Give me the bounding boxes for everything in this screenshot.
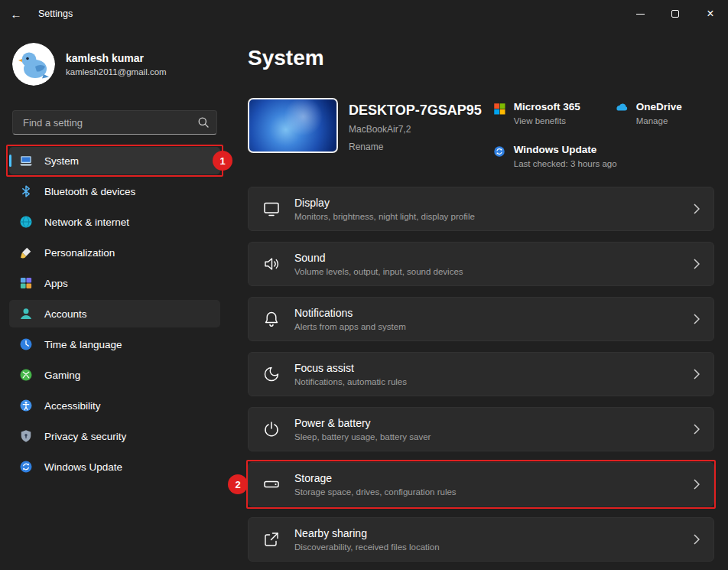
chevron-right-icon (694, 369, 700, 379)
settings-row-sound[interactable]: Sound Volume levels, output, input, soun… (248, 242, 714, 286)
settings-row-notifications[interactable]: Notifications Alerts from apps and syste… (248, 297, 714, 341)
quick-link-text: Microsoft 365 View benefits (514, 101, 580, 125)
device-name: DESKTOP-7GSAP95 (349, 103, 482, 119)
settings-row-storage[interactable]: Storage Storage space, drives, configura… (248, 462, 714, 506)
display-icon (262, 200, 281, 218)
sidebar-item-accessibility[interactable]: Accessibility (9, 392, 220, 419)
sidebar-item-privacy-security[interactable]: Privacy & security (9, 422, 220, 450)
sidebar: kamlesh kumar kamlesh2011@gmail.com Syst… (0, 28, 229, 570)
row-text: Storage Storage space, drives, configura… (294, 472, 694, 497)
quick-link-title: Windows Update (514, 144, 617, 155)
settings-row-display[interactable]: Display Monitors, brightness, night ligh… (248, 187, 714, 231)
sidebar-item-bluetooth-devices[interactable]: Bluetooth & devices (9, 178, 220, 205)
row-subtitle: Notifications, automatic rules (294, 377, 694, 386)
bluetooth-icon (18, 184, 34, 199)
avatar (12, 43, 55, 86)
sidebar-item-network-internet[interactable]: Network & internet (9, 208, 220, 236)
user-name: kamlesh kumar (66, 52, 167, 64)
settings-row-nearby-sharing[interactable]: Nearby sharing Discoverability, received… (248, 517, 714, 562)
row-title: Display (294, 197, 694, 209)
row-text: Sound Volume levels, output, input, soun… (294, 252, 694, 276)
row-subtitle: Monitors, brightness, night light, displ… (294, 212, 694, 221)
quick-links: Microsoft 365 View benefits OneDrive Man… (492, 98, 714, 168)
annotation-step-2-badge: 2 (228, 474, 248, 494)
privacy-icon (18, 428, 34, 444)
sidebar-item-label: Accessibility (44, 400, 101, 412)
sidebar-item-label: Bluetooth & devices (44, 186, 135, 197)
quick-link-title: Microsoft 365 (514, 101, 580, 112)
sidebar-item-gaming[interactable]: Gaming (9, 361, 220, 389)
sidebar-item-label: Personalization (44, 247, 115, 259)
quick-link-text: Windows Update Last checked: 3 hours ago (514, 144, 617, 168)
sidebar-item-apps[interactable]: Apps (9, 269, 220, 297)
settings-list: Display Monitors, brightness, night ligh… (248, 187, 714, 562)
sound-icon (262, 255, 281, 273)
rename-link[interactable]: Rename (349, 142, 482, 152)
settings-row-focus-assist[interactable]: Focus assist Notifications, automatic ru… (248, 352, 714, 396)
device-info: DESKTOP-7GSAP95 MacBookAir7,2 Rename (349, 98, 482, 168)
sidebar-item-label: Accounts (44, 308, 87, 320)
sidebar-item-windows-update[interactable]: Windows Update (9, 453, 220, 480)
system-icon (18, 153, 34, 168)
view-benefits-link[interactable]: View benefits (514, 116, 580, 125)
personalization-icon (18, 245, 34, 260)
device-header: DESKTOP-7GSAP95 MacBookAir7,2 Rename Mic… (248, 98, 714, 168)
close-icon: × (707, 8, 713, 20)
chevron-right-icon (694, 314, 700, 324)
microsoft-365-icon (492, 102, 506, 116)
manage-link[interactable]: Manage (636, 116, 682, 125)
search-box[interactable] (12, 110, 217, 135)
minimize-icon (636, 14, 645, 15)
sidebar-item-time-language[interactable]: Time & language (9, 331, 220, 358)
device-wallpaper-thumbnail (248, 98, 338, 153)
windows-update-icon (18, 459, 34, 474)
close-button[interactable]: × (693, 0, 728, 28)
window-title: Settings (38, 8, 73, 19)
row-subtitle: Alerts from apps and system (294, 322, 694, 331)
sidebar-item-system[interactable]: System 1 (9, 147, 220, 174)
gaming-icon (18, 367, 34, 383)
user-account[interactable]: kamlesh kumar kamlesh2011@gmail.com (9, 37, 220, 106)
sidebar-item-label: Gaming (44, 370, 80, 381)
row-subtitle: Discoverability, received files location (294, 542, 694, 552)
notifications-icon (262, 310, 281, 328)
titlebar: ← Settings × (0, 0, 728, 28)
accessibility-icon (18, 398, 34, 413)
sidebar-item-label: Privacy & security (44, 431, 126, 442)
network-icon (18, 214, 34, 230)
row-subtitle: Storage space, drives, configuration rul… (294, 487, 694, 497)
device-model: MacBookAir7,2 (349, 124, 482, 135)
onedrive-icon (615, 102, 629, 116)
minimize-button[interactable] (622, 0, 658, 28)
row-title: Power & battery (294, 417, 694, 429)
annotation-box-step-1 (6, 145, 223, 177)
row-title: Sound (294, 252, 694, 264)
chevron-right-icon (694, 479, 700, 490)
sidebar-item-label: System (44, 155, 79, 167)
search-icon[interactable] (197, 116, 210, 129)
quick-link-onedrive[interactable]: OneDrive Manage (615, 101, 714, 125)
settings-row-power-battery[interactable]: Power & battery Sleep, battery usage, ba… (248, 407, 714, 451)
row-text: Focus assist Notifications, automatic ru… (294, 362, 694, 386)
back-arrow-icon: ← (11, 8, 22, 21)
sidebar-item-accounts[interactable]: Accounts (9, 300, 220, 327)
main-content: System DESKTOP-7GSAP95 MacBookAir7,2 Ren… (229, 28, 728, 570)
quick-link-windows-update[interactable]: Windows Update Last checked: 3 hours ago (492, 144, 609, 168)
sidebar-item-label: Time & language (44, 339, 122, 350)
row-title: Focus assist (294, 362, 694, 374)
search-input[interactable] (21, 116, 197, 129)
chevron-right-icon (694, 424, 700, 435)
sidebar-item-personalization[interactable]: Personalization (9, 239, 220, 266)
quick-link-microsoft-365[interactable]: Microsoft 365 View benefits (492, 101, 609, 125)
maximize-button[interactable] (658, 0, 693, 28)
user-email: kamlesh2011@gmail.com (66, 67, 167, 77)
sidebar-nav: System 1 Bluetooth & devices Network & i… (9, 147, 220, 480)
row-text: Display Monitors, brightness, night ligh… (294, 197, 694, 221)
back-button[interactable]: ← (0, 0, 32, 28)
chevron-right-icon (694, 534, 700, 545)
user-info: kamlesh kumar kamlesh2011@gmail.com (66, 52, 167, 77)
quick-link-text: OneDrive Manage (636, 101, 682, 125)
nearby-sharing-icon (262, 530, 281, 549)
row-title: Storage (294, 472, 694, 484)
apps-icon (18, 275, 34, 291)
